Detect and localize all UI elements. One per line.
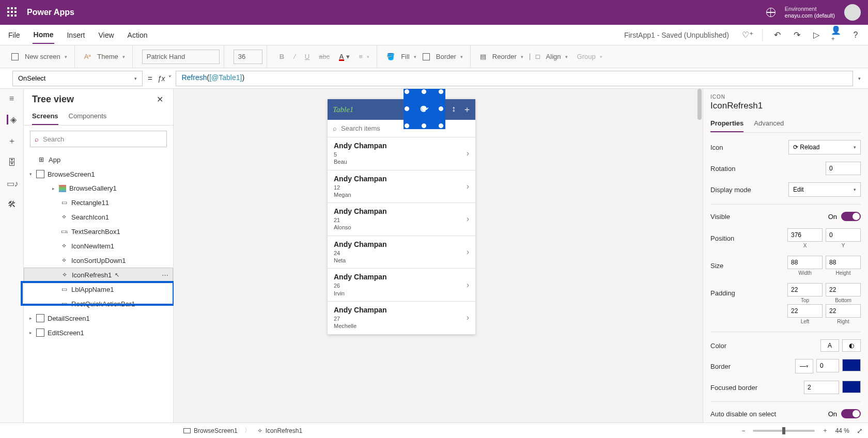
tree-node-rectquickactionbar1[interactable]: ▭ RectQuickActionBar1 <box>24 296 173 311</box>
insert-plus-icon[interactable]: ＋ <box>7 136 17 147</box>
play-icon[interactable]: ▷ <box>811 30 822 40</box>
caret-down-icon[interactable]: ▾ <box>28 171 33 177</box>
rotation-input[interactable]: 0 <box>826 162 861 175</box>
autodisable-toggle[interactable] <box>841 409 861 418</box>
hamburger-icon[interactable]: ≡ <box>7 94 17 103</box>
menu-insert[interactable]: Insert <box>66 27 86 43</box>
redo-icon[interactable]: ↷ <box>792 30 802 40</box>
canvas-scrollbar[interactable] <box>698 89 702 423</box>
strike-button[interactable]: abc <box>316 51 333 62</box>
more-options-icon[interactable]: ⋯ <box>162 271 168 279</box>
pad-top-input[interactable]: 22 <box>787 283 823 296</box>
border-width-input[interactable]: 0 <box>816 359 839 372</box>
app-launcher-icon[interactable] <box>7 7 18 18</box>
pad-left-input[interactable]: 22 <box>787 304 823 318</box>
caret-right-icon[interactable]: ▸ <box>51 186 56 191</box>
share-icon[interactable]: 👤⁺ <box>831 30 841 40</box>
tree-node-iconsortupdown1[interactable]: ✧ IconSortUpDown1 <box>24 253 173 268</box>
sort-icon[interactable]: ↕ <box>452 104 456 115</box>
tree-node-browsegallery[interactable]: ▸ BrowseGallery1 <box>24 181 173 195</box>
position-y-input[interactable]: 0 <box>826 228 861 242</box>
tree-node-textsearchbox1[interactable]: ▭ᵢ TextSearchBox1 <box>24 224 173 239</box>
visible-toggle[interactable] <box>841 212 861 221</box>
color-text-swatch[interactable]: A <box>820 339 839 352</box>
bold-button[interactable]: B <box>276 51 287 62</box>
list-item[interactable]: Andy Champan12Megan› <box>328 170 475 204</box>
italic-button[interactable]: / <box>290 51 299 62</box>
add-icon[interactable]: ＋ <box>463 104 471 115</box>
pad-bottom-input[interactable]: 22 <box>826 283 861 296</box>
menu-view[interactable]: View <box>97 27 115 43</box>
align-button[interactable]: Align <box>543 51 571 62</box>
underline-button[interactable]: U <box>302 51 313 62</box>
size-w-input[interactable]: 88 <box>787 256 823 269</box>
menu-action[interactable]: Action <box>127 27 149 43</box>
tree-node-lblappname1[interactable]: ▭ LblAppName1 <box>24 282 173 296</box>
focused-border-width-input[interactable]: 2 <box>804 381 839 394</box>
displaymode-dropdown[interactable]: Edit▾ <box>788 182 861 197</box>
font-size-input[interactable]: 36 <box>234 50 262 64</box>
fit-to-window-icon[interactable]: ⤢ <box>857 427 863 435</box>
media-icon[interactable]: ▭♪ <box>7 179 17 189</box>
font-color-button[interactable]: A ▾ <box>336 51 352 62</box>
tree-node-rectangle11[interactable]: ▭ Rectangle11 <box>24 195 173 210</box>
list-item[interactable]: Andy Champan24Neta› <box>328 236 475 269</box>
environment-selector[interactable]: Environment enayu.com (default) <box>785 6 835 19</box>
fx-icon[interactable]: ƒx ˅ <box>158 74 171 83</box>
position-x-input[interactable]: 376 <box>787 228 823 242</box>
undo-icon[interactable]: ↶ <box>772 30 782 40</box>
text-align-button[interactable]: ≡ <box>356 51 373 62</box>
pad-right-input[interactable]: 22 <box>826 304 861 318</box>
list-item[interactable]: Andy Champan27Mechelle› <box>328 302 475 335</box>
menu-file[interactable]: File <box>7 27 21 43</box>
phone-search-box[interactable]: ⌕ Search items <box>328 120 475 137</box>
zoom-in-icon[interactable]: ＋ <box>822 426 828 435</box>
zoom-slider[interactable] <box>753 430 815 432</box>
color-fill-swatch[interactable]: ◐ <box>842 339 861 352</box>
border-button[interactable]: Border <box>433 51 466 62</box>
design-canvas[interactable]: Table1 ⟳ ↕ ＋ ⟳ ⌕ Search items Andy Champ… <box>174 89 703 423</box>
icon-dropdown[interactable]: ⟳ Reload▾ <box>788 140 861 154</box>
focused-border-color-swatch[interactable] <box>842 381 861 393</box>
tree-node-iconrefresh1[interactable]: ✧ IconRefresh1 ↖ ⋯ <box>24 268 173 282</box>
tools-icon[interactable]: 🛠 <box>7 200 17 209</box>
breadcrumb-control[interactable]: ✧ IconRefresh1 <box>253 426 307 436</box>
property-selector[interactable]: OnSelect ▾ <box>12 71 143 86</box>
tree-view-icon[interactable]: ◈ <box>7 115 17 124</box>
help-icon[interactable]: ? <box>850 30 861 40</box>
tree-node-browsescreen[interactable]: ▾ BrowseScreen1 <box>24 167 173 181</box>
tree-node-app[interactable]: ⊞ App <box>24 152 173 167</box>
border-color-swatch[interactable] <box>842 359 861 371</box>
caret-right-icon[interactable]: ▸ <box>28 316 33 321</box>
fill-button[interactable]: Fill <box>398 51 420 62</box>
tab-advanced[interactable]: Advanced <box>754 115 784 132</box>
caret-right-icon[interactable]: ▸ <box>28 330 33 335</box>
new-screen-button[interactable]: New screen <box>22 51 70 62</box>
tree-search-input[interactable]: ⌕ Search <box>30 131 167 147</box>
border-style-dropdown[interactable]: —▾ <box>795 359 813 373</box>
zoom-out-icon[interactable]: − <box>742 427 746 434</box>
tab-components[interactable]: Components <box>69 108 107 125</box>
formula-input[interactable]: Refresh([@Table1]) <box>176 71 853 86</box>
theme-button[interactable]: Theme <box>94 51 128 62</box>
size-h-input[interactable]: 88 <box>826 256 861 269</box>
list-item[interactable]: Andy Champan26Irvin› <box>328 269 475 302</box>
tree-node-iconnewitem1[interactable]: ✧ IconNewItem1 <box>24 239 173 253</box>
tab-screens[interactable]: Screens <box>32 108 58 125</box>
group-button[interactable]: Group <box>574 51 606 62</box>
tree-node-detailscreen[interactable]: ▸ DetailScreen1 <box>24 311 173 325</box>
formula-expand-icon[interactable]: ▾ <box>858 76 861 81</box>
breadcrumb-screen[interactable]: BrowseScreen1 <box>179 426 242 436</box>
close-pane-icon[interactable]: ✕ <box>154 95 165 105</box>
font-selector[interactable]: Patrick Hand <box>142 50 220 64</box>
app-checker-icon[interactable]: ♡⁺ <box>742 30 753 40</box>
tab-properties[interactable]: Properties <box>710 115 743 132</box>
tree-node-editscreen[interactable]: ▸ EditScreen1 <box>24 325 173 340</box>
data-icon[interactable]: 🗄 <box>7 158 17 167</box>
list-item[interactable]: Andy Champan5Beau› <box>328 137 475 170</box>
menu-home[interactable]: Home <box>33 26 55 44</box>
user-avatar[interactable] <box>844 4 861 21</box>
reorder-button[interactable]: Reorder <box>489 51 526 62</box>
list-item[interactable]: Andy Champan21Alonso› <box>328 203 475 236</box>
tree-node-searchicon1[interactable]: ✧ SearchIcon1 <box>24 210 173 224</box>
